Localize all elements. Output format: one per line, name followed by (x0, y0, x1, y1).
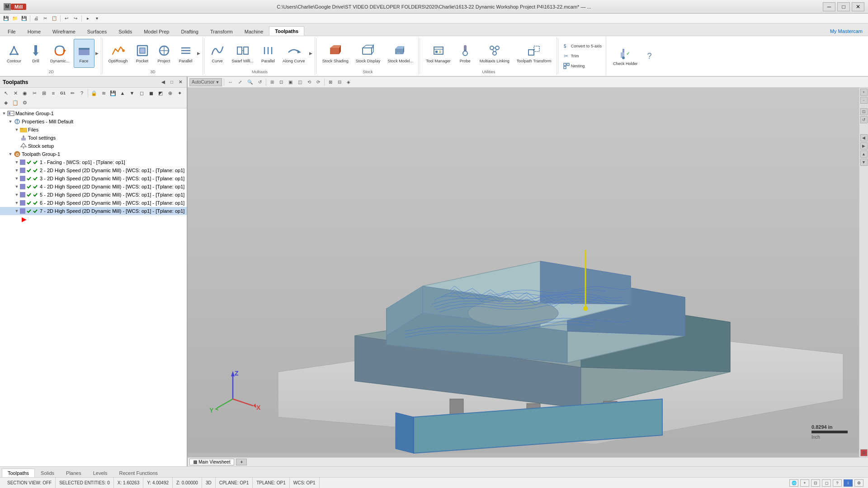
pt-copy-tp[interactable]: 📋 (11, 98, 20, 107)
ribbon-btn-along-curve[interactable]: Along Curve (279, 39, 308, 68)
copy-button[interactable]: 📋 (50, 14, 58, 23)
new-button[interactable]: 💾 (2, 14, 10, 23)
tree-item-properties[interactable]: ▼ Properties - Mill Default (0, 117, 187, 126)
pt-settings[interactable]: ⚙ (20, 98, 29, 107)
ribbon-btn-check-holder[interactable]: ✓ Check Holder (610, 42, 641, 70)
machine-group-expander[interactable]: ▼ (1, 110, 7, 117)
pt-layers[interactable]: ≋ (99, 89, 108, 98)
ribbon-btn-curve[interactable]: Curve (207, 39, 228, 68)
vt-select[interactable]: ⊞ (268, 78, 276, 86)
vt-zoom-in[interactable]: 🔍 (245, 78, 255, 86)
ribbon-btn-dynamic[interactable]: Dynamic... (47, 39, 73, 68)
vt-view3[interactable]: ◈ (344, 78, 353, 86)
3d-expand-btn[interactable]: ▶ (197, 51, 201, 56)
ribbon-btn-pocket[interactable]: Pocket (132, 39, 153, 68)
status-help-icon[interactable]: ? (833, 479, 842, 487)
autocursor-dropdown[interactable]: ▼ (216, 80, 220, 84)
tree-item-op4[interactable]: ▼ 4 - 2D High Speed (2D Dynamic Mill) - … (0, 183, 187, 191)
op7-expander[interactable]: ▼ (14, 208, 20, 214)
ribbon-btn-parallel[interactable]: Parallel (175, 39, 196, 68)
maximize-button[interactable]: □ (837, 2, 850, 11)
tab-home[interactable]: Home (22, 27, 47, 36)
toolpath-group-expander[interactable]: ▼ (7, 151, 14, 157)
pt-lock[interactable]: 🔒 (90, 89, 99, 98)
minimize-button[interactable]: ─ (823, 2, 835, 11)
pt-edit[interactable]: ✏ (68, 89, 77, 98)
ribbon-btn-contour[interactable]: Contour (4, 39, 24, 68)
op6-expander[interactable]: ▼ (14, 200, 20, 206)
tab-machine[interactable]: Machine (239, 27, 269, 36)
ribbon-btn-face[interactable]: Face (74, 39, 94, 68)
autocursor-btn[interactable]: AutoCursor ▼ (189, 78, 222, 86)
pt-select-all[interactable]: ↖ (1, 89, 10, 98)
tree-item-op7[interactable]: ▼ 7 - 2D High Speed (2D Dynamic Mill) - … (0, 207, 187, 215)
vt-undo[interactable]: ⟲ (305, 78, 313, 86)
window-controls[interactable]: ─ □ ✕ (823, 2, 864, 11)
pt-clear[interactable]: ✕ (11, 89, 20, 98)
print-button[interactable]: 🖨 (32, 14, 40, 23)
ribbon-btn-optirough[interactable]: OptiRough (105, 39, 131, 68)
view-pan-down[interactable]: ▼ (860, 159, 868, 166)
tab-drafting[interactable]: Drafting (175, 27, 204, 36)
tab-toolpaths[interactable]: Toolpaths (269, 26, 304, 36)
ribbon-btn-drill[interactable]: Drill (25, 39, 46, 68)
view-pan-right[interactable]: ▶ (860, 142, 868, 150)
view-zoom-out-btn[interactable]: - (860, 97, 868, 104)
ribbon-btn-nesting[interactable]: Nesting (561, 61, 604, 70)
op3-expander[interactable]: ▼ (14, 175, 20, 182)
vt-mode1[interactable]: ⊡ (277, 78, 285, 86)
panel-close-button[interactable]: ✕ (177, 79, 184, 86)
ribbon-btn-convert-5axis[interactable]: 5 Convert to 5-axis (561, 42, 604, 51)
mastercam-link[interactable]: My Mastercam (826, 27, 866, 36)
ribbon-btn-stock-shading[interactable]: Stock Shading (319, 39, 352, 68)
pt-outline[interactable]: ◻ (137, 89, 146, 98)
status-globe-icon[interactable]: 🌐 (789, 479, 798, 487)
tab-transform[interactable]: Transform (204, 27, 239, 36)
ribbon-btn-parallel2[interactable]: Parallel (258, 39, 278, 68)
ribbon-btn-stock-display[interactable]: Stock Display (353, 39, 384, 68)
pt-add[interactable]: ⊕ (165, 89, 175, 98)
pt-split[interactable]: ◩ (156, 89, 165, 98)
cut-button[interactable]: ✂ (41, 14, 49, 23)
save-button[interactable]: 💾 (20, 14, 28, 23)
2d-expand-btn[interactable]: ▶ (95, 51, 99, 56)
run-button[interactable]: ▸ (84, 14, 92, 23)
tree-item-tool-settings[interactable]: Tool settings (0, 134, 187, 142)
tree-item-toolpath-group[interactable]: ▼ G Toolpath Group-1 (0, 150, 187, 158)
tree-item-files[interactable]: ▼ Files (0, 126, 187, 134)
tree-item-op6[interactable]: ▼ 6 - 2D High Speed (2D Dynamic Mill) - … (0, 199, 187, 207)
tree-item-op1[interactable]: ▼ 1 - Facing - [WCS: op1] - [Tplane: op1… (0, 158, 187, 166)
ribbon-btn-swarf[interactable]: Swarf Milli... (229, 39, 257, 68)
undo-button[interactable]: ↩ (62, 14, 71, 23)
tab-surfaces[interactable]: Surfaces (81, 27, 113, 36)
pt-view[interactable]: ≡ (49, 89, 58, 98)
vt-rotate[interactable]: ↺ (256, 78, 264, 86)
status-settings-icon[interactable]: ⚙ (854, 479, 863, 487)
view-rotate-btn[interactable]: ↺ (860, 116, 868, 123)
view-zoom-in-btn[interactable]: + (860, 89, 868, 96)
vt-mode2[interactable]: ▣ (286, 78, 295, 86)
tree-item-machine-group[interactable]: ▼ Machine Group-1 (0, 109, 187, 117)
tree-container[interactable]: ▼ Machine Group-1 ▼ Properties - Mill De… (0, 108, 187, 466)
op5-expander[interactable]: ▼ (14, 192, 20, 198)
status-display-icon[interactable]: ◻ (822, 479, 831, 487)
close-button[interactable]: ✕ (852, 2, 864, 11)
view-pan-up[interactable]: ▲ (860, 150, 868, 158)
tree-item-op5[interactable]: ▼ 5 - 2D High Speed (2D Dynamic Mill) - … (0, 191, 187, 199)
vt-view2[interactable]: ⊟ (335, 78, 344, 86)
status-zoom-icon[interactable]: + (800, 479, 809, 487)
main-viewsheet-tab[interactable]: Main Viewsheet (189, 459, 234, 465)
op2-expander[interactable]: ▼ (14, 167, 20, 174)
pt-diamond[interactable]: ◈ (1, 98, 10, 107)
ribbon-btn-trim[interactable]: ✂ Trim (561, 52, 604, 61)
op4-expander[interactable]: ▼ (14, 183, 20, 190)
status-fit-icon[interactable]: ⊡ (811, 479, 820, 487)
more-qt-button[interactable]: ▾ (93, 14, 101, 23)
tab-model-prep[interactable]: Model Prep (138, 27, 175, 36)
ribbon-help-button[interactable]: ? (644, 37, 654, 75)
view-settings-btn[interactable]: ⊞ (860, 449, 868, 456)
status-info-icon[interactable]: i (844, 479, 853, 487)
ribbon-btn-tp-transform[interactable]: Toolpath Transform (514, 39, 555, 68)
vt-move[interactable]: ↔ (226, 78, 235, 86)
vt-mode3[interactable]: ◫ (296, 78, 304, 86)
